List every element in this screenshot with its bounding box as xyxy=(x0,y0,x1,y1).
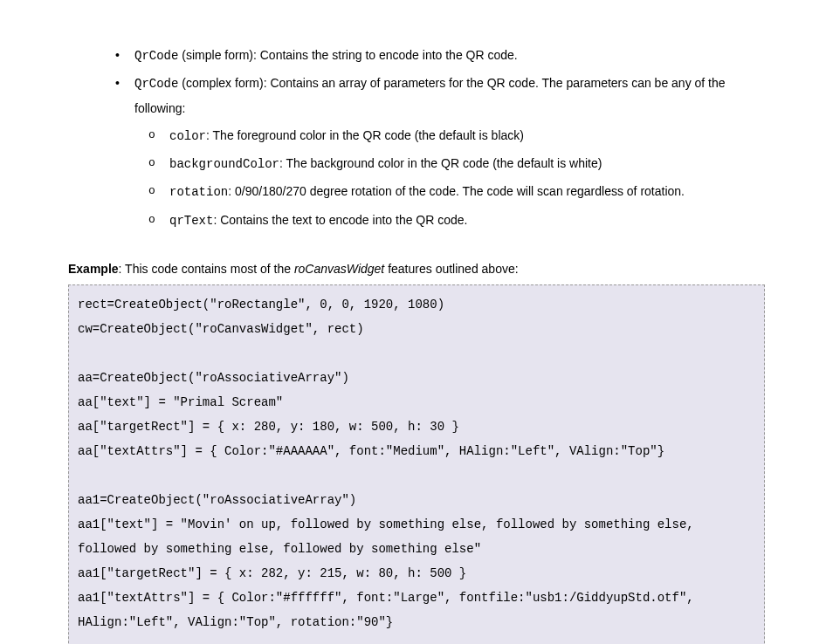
sub-bullet-text: : 0/90/180/270 degree rotation of the co… xyxy=(228,184,685,198)
example-bold: Example xyxy=(68,262,119,276)
bullet-item: QrCode (simple form): Contains the strin… xyxy=(110,44,765,68)
code-token: backgroundColor xyxy=(169,157,279,171)
bullet-text: (complex form): Contains an array of par… xyxy=(134,76,726,114)
code-token: color xyxy=(169,129,206,143)
sub-bullet-text: : The background color in the QR code (t… xyxy=(279,156,602,170)
bullet-item: QrCode (complex form): Contains an array… xyxy=(110,72,765,120)
sub-bullet-item: backgroundColor: The background color in… xyxy=(145,152,765,176)
code-token: rotation xyxy=(169,185,228,199)
example-middle: : This code contains most of the xyxy=(119,262,294,276)
bullet-list: QrCode (simple form): Contains the strin… xyxy=(110,44,765,120)
sub-bullet-item: qrText: Contains the text to encode into… xyxy=(145,209,765,233)
code-token: qrText xyxy=(169,214,213,228)
sub-bullet-text: : Contains the text to encode into the Q… xyxy=(213,213,467,227)
code-block: rect=CreateObject("roRectangle", 0, 0, 1… xyxy=(68,284,765,644)
page-content: QrCode (simple form): Contains the strin… xyxy=(0,0,833,644)
code-token: QrCode xyxy=(134,49,178,63)
sub-bullet-item: color: The foreground color in the QR co… xyxy=(145,124,765,148)
bullet-text: (simple form): Contains the string to en… xyxy=(178,48,517,62)
sub-bullet-item: rotation: 0/90/180/270 degree rotation o… xyxy=(145,180,765,204)
sub-bullet-list: color: The foreground color in the QR co… xyxy=(145,124,765,233)
sub-bullet-text: : The foreground color in the QR code (t… xyxy=(206,128,524,142)
example-italic: roCanvasWidget xyxy=(294,262,384,276)
code-token: QrCode xyxy=(134,77,178,91)
example-caption: Example: This code contains most of the … xyxy=(68,257,765,281)
example-tail: features outlined above: xyxy=(384,262,518,276)
